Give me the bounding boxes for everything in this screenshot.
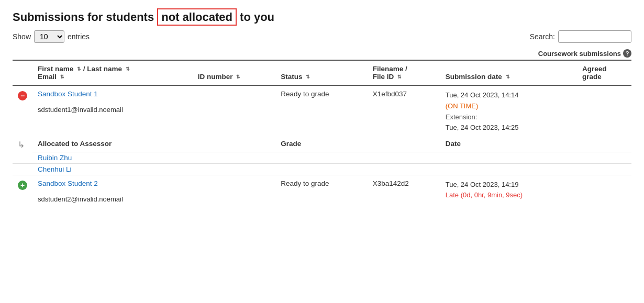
search-area: Search: <box>530 30 631 43</box>
assessor-id-empty <box>193 152 276 163</box>
time-status: (ON TIME) <box>446 102 479 110</box>
student-file-id: X1efbd037 <box>368 85 440 138</box>
status-icon-cell: − <box>13 85 32 138</box>
assessor-grade <box>275 163 367 175</box>
assessor-name-link[interactable]: Chenhui Li <box>38 165 72 173</box>
show-label: Show <box>13 32 31 41</box>
table-header-row: First name ⇅ / Last name ⇅ Email ⇅ ID nu… <box>13 60 631 85</box>
page-title: Submissions for students not allocated t… <box>13 10 631 24</box>
submission-date-text: Tue, 24 Oct 2023, 14:19 <box>446 181 519 188</box>
student-status: Ready to grade <box>275 85 367 138</box>
th-lastname: / Last name <box>83 65 122 73</box>
th-email: Email <box>38 73 57 81</box>
agreed-grade <box>577 85 631 138</box>
submission-date-cell: Tue, 24 Oct 2023, 14:14(ON TIME)Extensio… <box>440 85 577 138</box>
student-email: sdstudent2@invalid.noemail <box>38 195 123 203</box>
entries-select[interactable]: 10 25 50 100 <box>34 30 64 43</box>
allocated-header-date: Date <box>440 138 577 152</box>
student-name-link[interactable]: Sandbox Student 1 <box>38 90 187 98</box>
controls-row: Show 10 25 50 100 entries Search: <box>13 30 631 43</box>
help-icon[interactable]: ? <box>623 49 631 58</box>
th-submission-date: Submission date ⇅ <box>440 60 577 85</box>
assessor-agreed-empty <box>577 163 631 175</box>
assessor-grade <box>275 152 367 163</box>
assessor-filename-empty <box>368 163 440 175</box>
th-idnumber: ID number ⇅ <box>193 60 276 85</box>
title-prefix: Submissions for students <box>13 10 157 24</box>
allocated-header-filename-empty <box>368 138 440 152</box>
remove-icon[interactable]: − <box>18 91 27 100</box>
submissions-table: First name ⇅ / Last name ⇅ Email ⇅ ID nu… <box>13 60 631 207</box>
submission-date-text: Tue, 24 Oct 2023, 14:14 <box>446 91 519 99</box>
assessor-name-cell: Ruibin Zhu <box>32 152 193 163</box>
sort-status[interactable]: ⇅ <box>306 75 310 80</box>
student-id-number <box>193 175 276 207</box>
time-status: Late (0d, 0hr, 9min, 9sec) <box>446 191 523 199</box>
th-name-email: First name ⇅ / Last name ⇅ Email ⇅ <box>32 60 193 85</box>
allocated-header-id-empty <box>193 138 276 152</box>
entries-label: entries <box>68 32 90 41</box>
allocated-header-grade-empty <box>577 138 631 152</box>
sort-submission-date[interactable]: ⇅ <box>506 75 510 80</box>
extension-date: Tue, 24 Oct 2023, 14:25 <box>446 124 519 131</box>
student-file-id: X3ba142d2 <box>368 175 440 207</box>
allocated-assessor-row: Ruibin Zhu <box>13 152 631 163</box>
student-id-number <box>193 85 276 138</box>
student-status: Ready to grade <box>275 175 367 207</box>
th-filename: Filename /File ID ⇅ <box>368 60 440 85</box>
extension-label: Extension: <box>446 113 478 121</box>
assessor-id-empty <box>193 163 276 175</box>
table-row: −Sandbox Student 1sdstudent1@invalid.noe… <box>13 85 631 138</box>
submission-date-cell: Tue, 24 Oct 2023, 14:19Late (0d, 0hr, 9m… <box>440 175 577 207</box>
status-icon-cell: + <box>13 175 32 207</box>
table-row: +Sandbox Student 2sdstudent2@invalid.noe… <box>13 175 631 207</box>
add-icon[interactable]: + <box>18 181 27 190</box>
allocated-arrow-row: ↳Allocated to AssessorGradeDate <box>13 138 631 152</box>
student-name-link[interactable]: Sandbox Student 2 <box>38 179 187 187</box>
sort-firstname[interactable]: ⇅ <box>77 67 81 72</box>
coursework-submissions-label: Coursework submissions <box>538 50 621 58</box>
th-agreed-grade: Agreedgrade <box>577 60 631 85</box>
search-input[interactable] <box>558 30 631 43</box>
allocated-empty <box>13 152 32 163</box>
sort-lastname[interactable]: ⇅ <box>126 67 130 72</box>
allocated-header-assessor: Allocated to Assessor <box>32 138 193 152</box>
show-entries: Show 10 25 50 100 entries <box>13 30 90 43</box>
assessor-name-cell: Chenhui Li <box>32 163 193 175</box>
student-name-email: Sandbox Student 1sdstudent1@invalid.noem… <box>32 85 193 138</box>
agreed-grade <box>577 175 631 207</box>
allocated-assessor-row: Chenhui Li <box>13 163 631 175</box>
allocated-empty <box>13 163 32 175</box>
allocated-header-grade: Grade <box>275 138 367 152</box>
student-name-email: Sandbox Student 2sdstudent2@invalid.noem… <box>32 175 193 207</box>
sort-filename[interactable]: ⇅ <box>397 75 402 80</box>
allocated-arrow: ↳ <box>13 138 32 152</box>
coursework-header: Coursework submissions ? <box>13 49 631 60</box>
assessor-date <box>440 152 577 163</box>
th-status: Status ⇅ <box>275 60 367 85</box>
th-icon <box>13 60 32 85</box>
search-label: Search: <box>530 32 555 41</box>
assessor-filename-empty <box>368 152 440 163</box>
th-firstname: First name <box>38 65 73 73</box>
sort-email[interactable]: ⇅ <box>60 75 64 80</box>
sort-idnumber[interactable]: ⇅ <box>236 75 240 80</box>
title-suffix: to you <box>237 10 274 24</box>
assessor-date <box>440 163 577 175</box>
assessor-name-link[interactable]: Ruibin Zhu <box>38 154 72 162</box>
title-highlight: not allocated <box>157 8 237 26</box>
assessor-agreed-empty <box>577 152 631 163</box>
student-email: sdstudent1@invalid.noemail <box>38 106 123 114</box>
